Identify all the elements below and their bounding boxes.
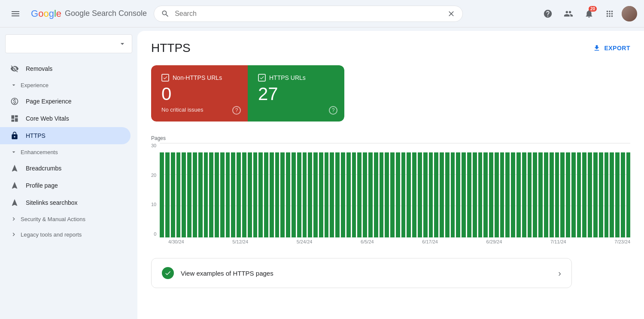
sidebar: Removals Experience Page Experience bbox=[0, 27, 137, 319]
chart-bar bbox=[357, 152, 361, 237]
chart-bar bbox=[352, 152, 356, 237]
x-tick: 6/29/24 bbox=[486, 239, 502, 244]
chart-bar bbox=[478, 152, 483, 237]
chart-bar bbox=[605, 152, 609, 237]
chart-bar bbox=[171, 152, 175, 237]
chart-bar bbox=[182, 152, 186, 237]
chart-bar bbox=[599, 152, 603, 237]
download-icon bbox=[593, 44, 601, 52]
view-examples-link[interactable]: View examples of HTTPS pages › bbox=[151, 258, 572, 288]
sidebar-item-core-web-vitals[interactable]: Core Web Vitals bbox=[0, 110, 131, 127]
y-tick: 10 bbox=[151, 202, 156, 207]
sidebar-section-security[interactable]: Security & Manual Actions bbox=[0, 211, 137, 227]
app-header: Google Google Search Console bbox=[0, 0, 644, 27]
chart-bar bbox=[237, 152, 241, 237]
search-input[interactable] bbox=[175, 10, 442, 18]
menu-button[interactable] bbox=[7, 5, 24, 22]
sidebar-item-label: Profile page bbox=[26, 182, 58, 189]
header-actions: 20 bbox=[539, 5, 637, 22]
chart-bar bbox=[198, 152, 203, 237]
chart-bar bbox=[341, 152, 345, 237]
sidebar-section-legacy[interactable]: Legacy tools and reports bbox=[0, 227, 137, 242]
dashboard-icon bbox=[10, 114, 19, 123]
chart-bar bbox=[275, 152, 279, 237]
apps-button[interactable] bbox=[601, 5, 618, 22]
search-console-manage-button[interactable] bbox=[560, 5, 577, 22]
sidebar-item-profile-page[interactable]: Profile page bbox=[0, 177, 131, 194]
stat-card-non-https: Non-HTTPS URLs 0 No critical issues ? bbox=[151, 65, 248, 122]
chart-area: 30 20 10 0 bbox=[151, 143, 630, 237]
breadcrumbs-icon bbox=[10, 164, 19, 173]
chart-bar bbox=[401, 152, 406, 237]
user-avatar[interactable] bbox=[622, 6, 637, 21]
profile-icon bbox=[10, 181, 19, 190]
sidebar-item-breadcrumbs[interactable]: Breadcrumbs bbox=[0, 160, 131, 177]
section-enhancements-label: Enhancements bbox=[21, 149, 58, 155]
content-area: HTTPS EXPORT Non-HTTPS URLs bbox=[137, 31, 644, 319]
sidebar-section-enhancements[interactable]: Enhancements bbox=[0, 144, 137, 160]
sidebar-item-https[interactable]: HTTPS bbox=[0, 127, 131, 144]
chart-bar bbox=[346, 152, 351, 237]
sidebar-item-label: Page Experience bbox=[26, 98, 72, 105]
chart-bar bbox=[434, 152, 438, 237]
chart-bar bbox=[303, 152, 307, 237]
chart-bar bbox=[363, 152, 367, 237]
chart-bar bbox=[412, 152, 416, 237]
export-button[interactable]: EXPORT bbox=[593, 44, 630, 52]
check-circle-icon bbox=[162, 267, 174, 279]
chart-y-axis: 30 20 10 0 bbox=[151, 143, 160, 237]
checkbox-icon bbox=[258, 74, 266, 82]
section-experience-label: Experience bbox=[21, 82, 49, 88]
non-https-info-icon[interactable]: ? bbox=[232, 106, 241, 115]
app-logo[interactable]: Google Google Search Console bbox=[31, 8, 147, 19]
non-https-description: No critical issues bbox=[161, 106, 237, 113]
chart-bar bbox=[231, 152, 235, 237]
chart-bar bbox=[292, 152, 296, 237]
export-label: EXPORT bbox=[604, 45, 630, 52]
chart-bar bbox=[577, 152, 581, 237]
chart-bar bbox=[396, 152, 400, 237]
chart-bar bbox=[528, 152, 532, 237]
chart-bar bbox=[390, 152, 395, 237]
https-label: HTTPS URLs bbox=[269, 74, 306, 81]
chart-bar bbox=[445, 152, 450, 237]
chart-bar bbox=[325, 152, 329, 237]
chart-bar bbox=[462, 152, 466, 237]
sidebar-item-sitelinks-searchbox[interactable]: Sitelinks searchbox bbox=[0, 194, 131, 211]
sidebar-item-label: HTTPS bbox=[26, 132, 46, 139]
chart-bar bbox=[253, 152, 258, 237]
https-info-icon[interactable]: ? bbox=[329, 106, 337, 115]
sidebar-item-label: Sitelinks searchbox bbox=[26, 199, 78, 206]
search-clear-button[interactable] bbox=[447, 9, 456, 18]
main-layout: Removals Experience Page Experience bbox=[0, 27, 644, 319]
chart-bar bbox=[593, 152, 598, 237]
notification-count: 20 bbox=[589, 6, 597, 12]
notifications-button[interactable]: 20 bbox=[580, 5, 598, 22]
chevron-right-icon: › bbox=[558, 268, 561, 278]
chart-bar bbox=[226, 152, 230, 237]
property-selector[interactable] bbox=[5, 34, 132, 53]
chart-bar bbox=[380, 152, 384, 237]
search-bar bbox=[154, 6, 463, 22]
x-tick: 5/24/24 bbox=[297, 239, 313, 244]
chart-bar bbox=[533, 152, 537, 237]
chart-bar bbox=[516, 152, 521, 237]
eye-off-icon bbox=[10, 64, 19, 73]
sidebar-item-removals[interactable]: Removals bbox=[0, 60, 131, 77]
help-button[interactable] bbox=[539, 5, 556, 22]
star-circle-icon bbox=[10, 97, 19, 106]
chart-bar bbox=[330, 152, 334, 237]
chart-bar bbox=[489, 152, 493, 237]
chart-bar bbox=[505, 152, 510, 237]
non-https-label: Non-HTTPS URLs bbox=[173, 74, 222, 81]
chart-bar bbox=[588, 152, 592, 237]
chart-bar bbox=[385, 152, 389, 237]
content-header: HTTPS EXPORT bbox=[151, 41, 630, 55]
sidebar-section-experience[interactable]: Experience bbox=[0, 77, 137, 93]
sidebar-item-label: Core Web Vitals bbox=[26, 115, 69, 122]
sidebar-item-page-experience[interactable]: Page Experience bbox=[0, 93, 131, 110]
chart-bar bbox=[220, 152, 225, 237]
chart-container: Pages 30 20 10 0 bbox=[151, 132, 630, 248]
chevron-down-icon bbox=[10, 149, 17, 155]
chart-bar bbox=[280, 152, 285, 237]
